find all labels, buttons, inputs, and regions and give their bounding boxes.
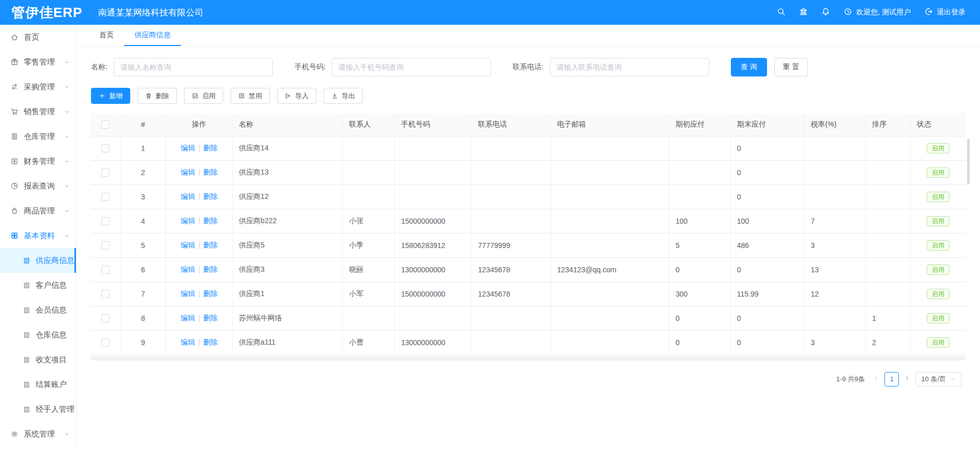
edit-link[interactable]: 编辑 [180, 144, 195, 152]
toolbar-button-导入[interactable]: 导入 [277, 88, 316, 104]
sidebar-item-采购管理[interactable]: 采购管理 [0, 74, 76, 99]
filter-input-1[interactable] [332, 58, 491, 76]
sidebar-item-label: 系统管理 [24, 429, 55, 439]
toolbar-button-启用[interactable]: 启用 [184, 88, 223, 104]
row-checkbox[interactable] [101, 217, 110, 225]
sidebar-item-报表查询[interactable]: 报表查询 [0, 174, 76, 198]
doc-icon [23, 406, 30, 413]
bank-icon[interactable] [799, 7, 808, 18]
page-size-select[interactable]: 10 条/页 [915, 372, 961, 386]
delete-link[interactable]: 删除 [203, 338, 218, 346]
tab-供应商信息[interactable]: 供应商信息 [124, 25, 181, 46]
column-header-电子邮箱: 电子邮箱 [550, 113, 669, 136]
delete-link[interactable]: 删除 [203, 314, 218, 322]
doc-icon [23, 257, 30, 265]
cell-email [550, 330, 669, 354]
import-icon [285, 92, 292, 99]
delete-link[interactable]: 删除 [203, 168, 218, 176]
cell-opening-payable: 0 [669, 330, 731, 354]
row-checkbox[interactable] [101, 193, 110, 201]
row-checkbox[interactable] [101, 168, 110, 177]
sidebar-item-label: 采购管理 [24, 82, 55, 92]
cell-phone: 15000000000 [394, 209, 471, 233]
cell-opening-payable: 100 [669, 209, 731, 233]
pagination-total: 1-9 共9条 [836, 375, 865, 384]
cell-name: 供应商14 [233, 136, 343, 160]
cell-contact: 小季 [343, 233, 395, 257]
sidebar-item-零售管理[interactable]: 零售管理 [0, 50, 76, 74]
current-page-button[interactable]: 1 [884, 372, 899, 386]
edit-link[interactable]: 编辑 [180, 192, 195, 200]
row-checkbox[interactable] [101, 144, 110, 152]
column-header-排序: 排序 [866, 113, 911, 136]
cell-sort: 1 [866, 306, 911, 330]
sidebar-subitem-供应商信息[interactable]: 供应商信息 [0, 248, 76, 273]
edit-link[interactable]: 编辑 [180, 338, 195, 346]
edit-link[interactable]: 编辑 [180, 314, 195, 322]
sidebar-subitem-会员信息[interactable]: 会员信息 [0, 298, 76, 322]
logout-button[interactable]: 退出登录 [924, 7, 966, 18]
cell-opening-payable: 300 [669, 282, 731, 306]
row-checkbox[interactable] [101, 338, 110, 347]
cell-actions: 编辑|删除 [166, 233, 233, 257]
sidebar-item-财务管理[interactable]: 财务管理 [0, 149, 76, 174]
cell-closing-payable: 100 [730, 209, 804, 233]
status-badge: 启用 [927, 337, 950, 348]
toolbar-button-新增[interactable]: 新增 [91, 88, 130, 104]
prev-page-button[interactable] [873, 375, 879, 383]
column-header-名称: 名称 [233, 113, 343, 136]
delete-link[interactable]: 删除 [203, 144, 218, 152]
sidebar-item-首页[interactable]: 首页 [0, 25, 76, 50]
sidebar-subitem-结算账户[interactable]: 结算账户 [0, 372, 76, 397]
row-checkbox[interactable] [101, 266, 110, 274]
status-badge: 启用 [927, 216, 950, 226]
toolbar-button-导出[interactable]: 导出 [324, 88, 363, 104]
search-icon[interactable] [777, 7, 786, 18]
filter-input-0[interactable] [114, 58, 273, 76]
doc-icon [23, 331, 30, 339]
edit-link[interactable]: 编辑 [180, 289, 195, 298]
sidebar-subitem-客户信息[interactable]: 客户信息 [0, 273, 76, 298]
delete-link[interactable]: 删除 [203, 192, 218, 200]
cell-phone [394, 136, 471, 160]
cell-opening-payable: 0 [669, 257, 731, 282]
cell-tax-rate [804, 160, 866, 184]
tab-首页[interactable]: 首页 [89, 25, 124, 46]
sidebar-subitem-仓库信息[interactable]: 仓库信息 [0, 322, 76, 347]
sidebar-subitem-收支项目[interactable]: 收支项目 [0, 347, 76, 372]
edit-link[interactable]: 编辑 [180, 241, 195, 249]
sidebar-item-系统管理[interactable]: 系统管理 [0, 422, 76, 446]
sidebar-item-商品管理[interactable]: 商品管理 [0, 198, 76, 223]
row-checkbox[interactable] [101, 314, 110, 322]
cell-status: 启用 [910, 233, 966, 257]
gear-icon [10, 430, 19, 438]
row-checkbox[interactable] [101, 241, 110, 250]
delete-link[interactable]: 删除 [203, 241, 218, 249]
edit-link[interactable]: 编辑 [180, 216, 195, 225]
toolbar-button-删除[interactable]: 删除 [137, 88, 177, 104]
cell-sort [866, 209, 911, 233]
cell-index: 7 [120, 282, 166, 306]
sidebar-item-仓库管理[interactable]: 仓库管理 [0, 124, 76, 149]
reset-button[interactable]: 重 置 [774, 58, 808, 76]
select-all-checkbox[interactable] [101, 120, 110, 129]
edit-link[interactable]: 编辑 [180, 265, 195, 273]
delete-link[interactable]: 删除 [203, 265, 218, 273]
sidebar-item-基本资料[interactable]: 基本资料 [0, 223, 76, 248]
delete-link[interactable]: 删除 [203, 289, 218, 298]
toolbar-button-禁用[interactable]: 禁用 [231, 88, 270, 104]
edit-link[interactable]: 编辑 [180, 168, 195, 176]
search-button[interactable]: 查 询 [731, 58, 767, 76]
toolbar-button-label: 导入 [295, 91, 309, 101]
next-page-button[interactable] [904, 375, 910, 383]
vertical-scrollbar-thumb[interactable] [967, 139, 970, 184]
filter-label: 联系电话: [513, 63, 544, 72]
filter-input-2[interactable] [550, 58, 709, 76]
bell-icon[interactable] [821, 7, 830, 18]
row-checkbox[interactable] [101, 290, 110, 298]
chev-down-icon [64, 159, 70, 164]
sidebar-item-销售管理[interactable]: 销售管理 [0, 99, 76, 124]
delete-link[interactable]: 删除 [203, 216, 218, 225]
horizontal-scrollbar-track[interactable] [91, 356, 966, 361]
sidebar-subitem-经手人管理[interactable]: 经手人管理 [0, 397, 76, 422]
